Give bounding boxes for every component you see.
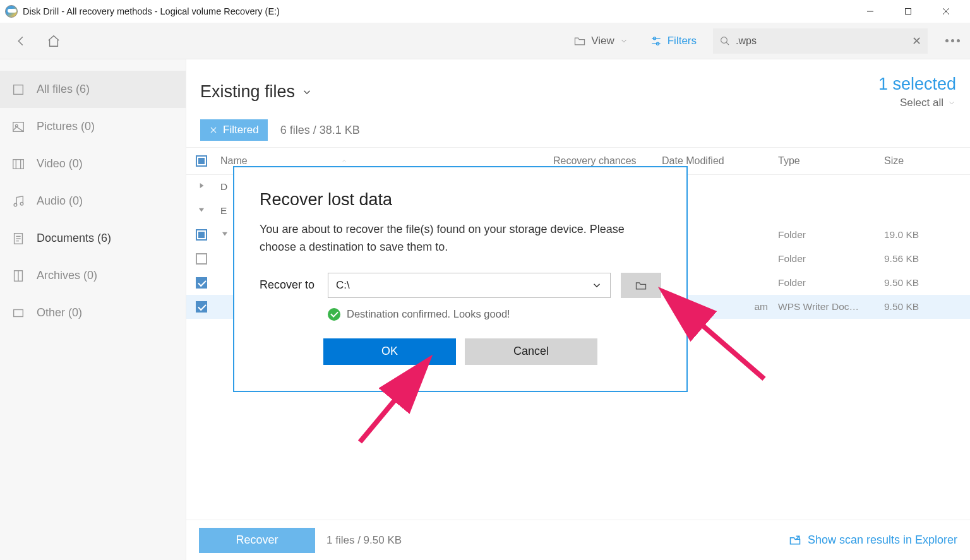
svg-rect-10 bbox=[14, 85, 23, 94]
content-header: Existing files 1 selected Select all Fil… bbox=[186, 59, 970, 147]
show-in-explorer-link[interactable]: Show scan results in Explorer bbox=[789, 533, 957, 547]
minimize-button[interactable] bbox=[851, 0, 889, 23]
folder-icon bbox=[573, 35, 586, 47]
collapse-icon[interactable] bbox=[197, 205, 206, 217]
column-date[interactable]: Date Modified bbox=[662, 155, 778, 167]
folder-icon bbox=[633, 279, 649, 292]
sidebar: All files (6) Pictures (0) Video (0) Aud… bbox=[0, 59, 186, 560]
destination-dropdown[interactable]: C:\ bbox=[328, 273, 611, 298]
svg-point-17 bbox=[20, 202, 23, 205]
collapse-icon[interactable] bbox=[220, 229, 229, 241]
svg-rect-24 bbox=[14, 309, 23, 316]
row-checkbox[interactable] bbox=[196, 277, 207, 289]
svg-marker-29 bbox=[222, 232, 227, 236]
sidebar-item-label: All files (6) bbox=[37, 83, 90, 96]
search-clear-icon[interactable]: ✕ bbox=[912, 34, 921, 48]
svg-marker-27 bbox=[200, 183, 204, 188]
filters-button[interactable]: Filters bbox=[645, 32, 702, 50]
home-button[interactable] bbox=[43, 30, 64, 52]
svg-rect-1 bbox=[906, 9, 911, 15]
search-input[interactable] bbox=[736, 35, 907, 47]
search-box[interactable]: ✕ bbox=[713, 28, 928, 54]
sidebar-item-label: Archives (0) bbox=[37, 269, 97, 282]
maximize-button[interactable] bbox=[889, 0, 927, 23]
svg-line-9 bbox=[726, 42, 729, 45]
column-type[interactable]: Type bbox=[778, 155, 884, 167]
sidebar-item-documents[interactable]: Documents (6) bbox=[0, 220, 186, 257]
select-all-label: Select all bbox=[900, 97, 943, 109]
recover-to-label: Recover to bbox=[260, 278, 318, 292]
image-icon bbox=[11, 120, 25, 134]
dialog-buttons: OK Cancel bbox=[260, 338, 661, 365]
sidebar-item-label: Other (0) bbox=[37, 306, 82, 319]
search-icon bbox=[719, 35, 731, 47]
chevron-down-icon bbox=[620, 37, 628, 45]
sidebar-item-video[interactable]: Video (0) bbox=[0, 145, 186, 182]
sidebar-item-audio[interactable]: Audio (0) bbox=[0, 182, 186, 220]
check-circle-icon bbox=[328, 308, 340, 321]
film-icon bbox=[11, 157, 25, 171]
browse-folder-button[interactable] bbox=[621, 273, 661, 298]
file-summary: 6 files / 38.1 KB bbox=[280, 124, 360, 137]
external-link-icon bbox=[789, 534, 801, 547]
sidebar-item-pictures[interactable]: Pictures (0) bbox=[0, 108, 186, 145]
row-checkbox[interactable] bbox=[196, 301, 207, 313]
app-icon bbox=[5, 5, 18, 18]
sidebar-item-label: Audio (0) bbox=[37, 194, 83, 208]
music-icon bbox=[11, 194, 25, 208]
filter-chip[interactable]: Filtered bbox=[200, 119, 268, 141]
column-recovery[interactable]: Recovery chances bbox=[553, 155, 662, 167]
recover-dialog: Recover lost data You are about to recov… bbox=[233, 166, 688, 392]
sidebar-item-label: Documents (6) bbox=[37, 232, 111, 245]
select-all-button[interactable]: Select all bbox=[878, 97, 956, 109]
sort-indicator-icon bbox=[341, 158, 347, 164]
close-icon bbox=[209, 126, 218, 134]
close-button[interactable] bbox=[927, 0, 965, 23]
expand-icon[interactable] bbox=[197, 181, 206, 193]
sidebar-item-archives[interactable]: Archives (0) bbox=[0, 257, 186, 294]
filter-chip-label: Filtered bbox=[223, 124, 259, 136]
dialog-description: You are about to recover the file(s) fou… bbox=[260, 221, 661, 256]
destination-value: C:\ bbox=[336, 279, 350, 292]
svg-point-8 bbox=[721, 37, 728, 43]
back-button[interactable] bbox=[10, 30, 32, 52]
archive-icon bbox=[11, 269, 25, 283]
document-icon bbox=[11, 232, 25, 246]
footer-link-label: Show scan results in Explorer bbox=[808, 533, 957, 547]
column-name[interactable]: Name bbox=[217, 155, 553, 167]
column-size[interactable]: Size bbox=[884, 155, 970, 167]
more-menu-button[interactable] bbox=[945, 39, 960, 42]
sidebar-item-label: Video (0) bbox=[37, 157, 83, 170]
chevron-down-icon bbox=[591, 280, 602, 291]
recover-button[interactable]: Recover bbox=[199, 528, 315, 553]
filters-label: Filters bbox=[668, 35, 697, 47]
files-icon bbox=[11, 83, 25, 97]
ok-button[interactable]: OK bbox=[323, 338, 456, 365]
view-label: View bbox=[591, 35, 614, 47]
dialog-title: Recover lost data bbox=[260, 190, 661, 210]
chevron-down-icon bbox=[301, 86, 313, 98]
sidebar-item-label: Pictures (0) bbox=[37, 120, 95, 133]
other-icon bbox=[11, 306, 25, 320]
window-title: Disk Drill - All recovery methods - Logi… bbox=[23, 6, 851, 16]
svg-marker-28 bbox=[199, 208, 204, 212]
toolbar: View Filters ✕ bbox=[0, 23, 970, 59]
row-checkbox[interactable] bbox=[196, 229, 207, 241]
sidebar-item-allfiles[interactable]: All files (6) bbox=[0, 71, 186, 108]
selected-count: 1 selected bbox=[878, 74, 956, 94]
confirmation-message: Destination confirmed. Looks good! bbox=[328, 308, 661, 321]
sidebar-item-other[interactable]: Other (0) bbox=[0, 294, 186, 331]
footer-summary: 1 files / 9.50 KB bbox=[326, 534, 402, 547]
view-dropdown[interactable]: View bbox=[568, 32, 633, 50]
svg-rect-13 bbox=[13, 159, 24, 169]
titlebar: Disk Drill - All recovery methods - Logi… bbox=[0, 0, 970, 23]
window-controls bbox=[851, 0, 965, 23]
page-title-dropdown[interactable]: Existing files bbox=[200, 82, 313, 102]
destination-row: Recover to C:\ bbox=[260, 273, 661, 298]
select-all-checkbox[interactable] bbox=[196, 155, 207, 167]
row-checkbox[interactable] bbox=[196, 253, 207, 265]
chevron-down-icon bbox=[947, 98, 956, 107]
page-title: Existing files bbox=[200, 82, 295, 102]
footer: Recover 1 files / 9.50 KB Show scan resu… bbox=[186, 520, 970, 560]
cancel-button[interactable]: Cancel bbox=[465, 338, 597, 365]
